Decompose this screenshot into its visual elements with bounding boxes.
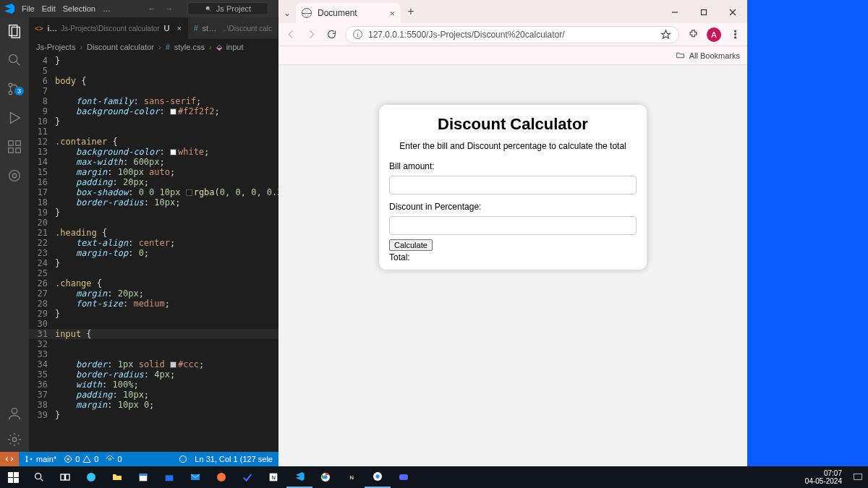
code-line[interactable]: 36 width: 100%; xyxy=(29,380,278,390)
menu-edit[interactable]: Edit xyxy=(42,4,56,13)
code-line[interactable]: 21.heading { xyxy=(29,228,278,238)
status-cursor[interactable]: Ln 31, Col 1 (127 sele xyxy=(195,455,273,463)
code-line[interactable]: 25 xyxy=(29,268,278,278)
code-line[interactable]: 18 border-radius: 10px; xyxy=(29,197,278,207)
store-icon[interactable] xyxy=(156,466,182,488)
code-line[interactable]: 4} xyxy=(29,56,278,66)
code-line[interactable]: 29} xyxy=(29,309,278,319)
calendar-app-icon[interactable] xyxy=(130,466,156,488)
code-line[interactable]: 30 xyxy=(29,319,278,329)
minimize-icon[interactable] xyxy=(660,1,689,23)
code-line[interactable]: 17 box-shadow: 0 0 10px rgba(0, 0, 0, 0.… xyxy=(29,187,278,197)
code-line[interactable]: 13 background-color: white; xyxy=(29,147,278,157)
code-line[interactable]: 14 max-width: 600px; xyxy=(29,157,278,167)
calculate-button[interactable]: Calculate xyxy=(389,239,433,251)
nav-fwd-icon[interactable]: → xyxy=(164,4,174,13)
discord-icon[interactable] xyxy=(391,466,417,488)
all-bookmarks-link[interactable]: All Bookmarks xyxy=(689,51,740,60)
back-icon[interactable] xyxy=(284,28,297,41)
maximize-icon[interactable] xyxy=(689,1,718,23)
code-line[interactable]: 38 margin: 10px 0; xyxy=(29,400,278,410)
code-editor[interactable]: 4}56body {78 font-family: sans-serif;9 b… xyxy=(29,55,278,452)
code-line[interactable]: 27 margin: 20px; xyxy=(29,288,278,299)
close-tab-icon[interactable]: × xyxy=(389,8,395,19)
address-bar[interactable]: i 127.0.0.1:5500/Js-Projects/Discount%20… xyxy=(345,26,679,43)
bill-input[interactable] xyxy=(389,176,637,194)
close-icon[interactable] xyxy=(718,1,747,23)
code-line[interactable]: 11 xyxy=(29,127,278,137)
extensions-puzzle-icon[interactable] xyxy=(686,28,699,41)
discount-input[interactable] xyxy=(389,216,637,235)
run-debug-icon[interactable] xyxy=(7,110,22,126)
code-line[interactable]: 8 font-family: sans-serif; xyxy=(29,96,278,106)
code-line[interactable]: 39} xyxy=(29,410,278,420)
vscode-taskbar-icon[interactable] xyxy=(286,466,312,488)
code-line[interactable]: 5 xyxy=(29,66,278,76)
code-line[interactable]: 20 xyxy=(29,218,278,228)
todo-icon[interactable] xyxy=(234,466,260,488)
code-line[interactable]: 31input { xyxy=(29,329,278,339)
nav-back-icon[interactable]: ← xyxy=(147,4,157,13)
menu-file[interactable]: File xyxy=(22,4,35,13)
code-line[interactable]: 35 border-radius: 4px; xyxy=(29,369,278,380)
code-line[interactable]: 10} xyxy=(29,116,278,127)
editor-tab[interactable]: #style.css..\Discount calc xyxy=(188,17,278,39)
code-line[interactable]: 9 background-color: #f2f2f2; xyxy=(29,106,278,116)
code-line[interactable]: 23 margin-top: 0; xyxy=(29,248,278,258)
mail-icon[interactable] xyxy=(182,466,208,488)
browser-tab[interactable]: Document × xyxy=(296,3,401,23)
close-tab-icon[interactable]: × xyxy=(177,24,182,33)
profile-avatar[interactable]: A xyxy=(707,27,721,42)
code-line[interactable]: 22 text-align: center; xyxy=(29,238,278,248)
bookmark-star-icon[interactable] xyxy=(660,29,671,40)
gear-icon[interactable] xyxy=(7,432,22,448)
menu-selection[interactable]: Selection xyxy=(63,4,95,13)
reload-icon[interactable] xyxy=(325,28,338,41)
code-line[interactable]: 33 xyxy=(29,349,278,359)
code-line[interactable]: 37 padding: 10px; xyxy=(29,390,278,400)
status-branch[interactable]: main* xyxy=(25,455,56,463)
remote-indicator-icon[interactable] xyxy=(0,452,19,466)
feedback-icon[interactable] xyxy=(179,455,187,463)
menu-overflow[interactable]: … xyxy=(103,4,111,13)
site-info-icon[interactable]: i xyxy=(353,30,362,39)
account-icon[interactable] xyxy=(7,406,22,421)
code-line[interactable]: 32 xyxy=(29,339,278,349)
file-explorer-icon[interactable] xyxy=(104,466,130,488)
firefox-icon[interactable] xyxy=(208,466,234,488)
notion-icon[interactable]: N xyxy=(260,466,286,488)
code-line[interactable]: 12.container { xyxy=(29,137,278,147)
code-line[interactable]: 6body { xyxy=(29,76,278,86)
desktop-background[interactable] xyxy=(747,0,868,466)
chrome-running-icon[interactable] xyxy=(365,466,391,488)
code-line[interactable]: 28 font-size: medium; xyxy=(29,299,278,309)
chrome-icon[interactable] xyxy=(312,466,339,488)
edge-icon[interactable] xyxy=(78,466,104,488)
taskbar-search-icon[interactable] xyxy=(26,466,52,488)
command-center[interactable]: Js Project xyxy=(187,2,268,15)
forward-icon[interactable] xyxy=(305,28,318,41)
code-line[interactable]: 15 margin: 100px auto; xyxy=(29,167,278,177)
explorer-icon[interactable] xyxy=(7,23,22,39)
status-problems[interactable]: 0 0 xyxy=(64,455,98,463)
code-line[interactable]: 24} xyxy=(29,258,278,268)
live-server-icon[interactable] xyxy=(7,168,22,184)
status-ports[interactable]: 0 xyxy=(106,455,122,463)
code-line[interactable]: 34 border: 1px solid #ccc; xyxy=(29,359,278,369)
notifications-icon[interactable] xyxy=(851,471,865,483)
obsidian-icon[interactable]: N xyxy=(339,466,365,488)
code-line[interactable]: 16 padding: 20px; xyxy=(29,177,278,187)
kebab-menu-icon[interactable] xyxy=(728,28,741,41)
editor-tab[interactable]: <>index.htmlJs-Projects\Discount calcula… xyxy=(29,17,188,39)
start-button[interactable] xyxy=(0,466,26,488)
task-view-icon[interactable] xyxy=(52,466,78,488)
code-line[interactable]: 19} xyxy=(29,207,278,218)
tab-search-icon[interactable]: ⌄ xyxy=(278,3,296,23)
code-line[interactable]: 26.change { xyxy=(29,278,278,288)
search-icon[interactable] xyxy=(7,52,22,68)
code-line[interactable]: 7 xyxy=(29,86,278,96)
taskbar-clock[interactable]: 07:07 04-05-2024 xyxy=(801,469,846,485)
breadcrumbs[interactable]: Js-Projects› Discount calculator› # styl… xyxy=(29,39,278,55)
extensions-icon[interactable] xyxy=(7,139,22,155)
new-tab-button[interactable]: + xyxy=(401,5,421,18)
